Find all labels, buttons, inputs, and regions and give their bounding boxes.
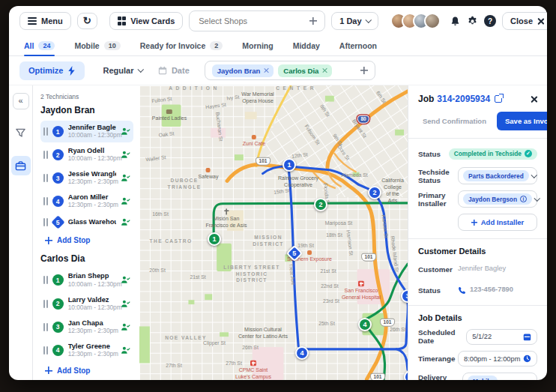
route-toolbar: Optimize Regular Date Jaydon Bran Carlos… bbox=[9, 56, 547, 85]
technician-group-name: Carlos Dia bbox=[40, 253, 133, 264]
stop-row[interactable]: 5 Glass Warehouse bbox=[40, 214, 133, 231]
assigned-person-icon bbox=[121, 299, 130, 309]
stop-row[interactable]: 1 Jennifer Bagley10:00am - 12:30pm bbox=[40, 121, 133, 142]
save-as-invoice-button[interactable]: Save as Invoice bbox=[497, 112, 547, 130]
select-shops-field[interactable] bbox=[189, 10, 325, 31]
stop-time: 12:30pm - 2:30pm bbox=[68, 178, 116, 186]
calendar-icon bbox=[523, 333, 531, 341]
drag-handle-icon[interactable] bbox=[43, 346, 48, 355]
help-icon: ? bbox=[484, 15, 496, 27]
refresh-button[interactable]: ↻ bbox=[77, 13, 97, 29]
job-number-link[interactable]: 314-2095934 bbox=[437, 94, 490, 104]
plus-icon bbox=[45, 367, 52, 374]
technician-chip[interactable]: Jaydon Bran bbox=[212, 64, 274, 77]
stop-row[interactable]: 3 Jan Chapa12:30pm - 2:30pm bbox=[40, 316, 133, 338]
drag-handle-icon[interactable] bbox=[43, 174, 48, 182]
stop-row[interactable]: 1 Brian Shepp10:00am - 12:30pm bbox=[40, 269, 133, 291]
primary-installer-label: Primary Installer bbox=[418, 191, 458, 208]
technician-filter-field[interactable]: Jaydon Bran Carlos Dia bbox=[205, 61, 375, 80]
close-icon bbox=[537, 18, 544, 25]
mode-label: Regular bbox=[103, 66, 133, 75]
avatar bbox=[424, 13, 441, 29]
hamburger-icon bbox=[28, 17, 37, 25]
scheduled-date-input[interactable]: 5/1/22 bbox=[466, 329, 537, 345]
stop-number-badge: 4 bbox=[52, 345, 64, 356]
drag-handle-icon[interactable] bbox=[43, 197, 48, 205]
tab-morning[interactable]: Morning bbox=[242, 36, 273, 55]
optimize-label: Optimize bbox=[28, 66, 63, 75]
add-stop-button[interactable]: Add Stop bbox=[45, 367, 133, 375]
stop-row[interactable]: 4 Aaron Miller12:30pm - 2:30pm bbox=[40, 190, 133, 212]
tab-ready-for-invoice[interactable]: Ready for Invoice2 bbox=[140, 36, 223, 55]
techside-status-label: Techside Status bbox=[418, 168, 458, 184]
techside-status-select[interactable]: Parts Backordered bbox=[458, 167, 537, 184]
external-link-icon[interactable] bbox=[495, 95, 502, 103]
status-label: Status bbox=[418, 150, 441, 158]
menu-button[interactable]: Menu bbox=[19, 12, 71, 30]
chevron-down-icon bbox=[527, 377, 533, 380]
stop-row[interactable]: 2 Ryan Odell10:00am - 12:30pm bbox=[40, 144, 133, 166]
optimize-button[interactable]: Optimize bbox=[19, 61, 85, 80]
technician-chip[interactable]: Carlos Dia bbox=[278, 64, 332, 77]
mode-dropdown[interactable]: Regular bbox=[103, 66, 142, 75]
date-button[interactable]: Date bbox=[158, 66, 190, 75]
add-installer-button[interactable]: Add Installer bbox=[458, 214, 537, 231]
status-badge: Completed in Techside ✓ bbox=[449, 148, 537, 160]
customer-label: Customer bbox=[418, 265, 453, 274]
top-toolbar: Menu ↻ View Cards 1 Day bbox=[9, 6, 547, 36]
chevron-down-icon bbox=[531, 172, 537, 178]
menu-label: Menu bbox=[41, 16, 63, 25]
remove-chip-icon[interactable] bbox=[264, 68, 268, 73]
app-window: Menu ↻ View Cards 1 Day bbox=[9, 6, 547, 380]
customer-status-label: Status bbox=[418, 286, 441, 295]
avatar-group[interactable] bbox=[390, 13, 441, 29]
drag-handle-icon[interactable] bbox=[43, 127, 48, 136]
drag-handle-icon[interactable] bbox=[43, 276, 48, 284]
plus-icon[interactable] bbox=[309, 17, 317, 25]
map-canvas[interactable]: A D D I T I O NC E N T E RFulton StIvy S… bbox=[139, 85, 408, 380]
stop-row[interactable]: 4 Tyler Greene12:30pm - 2:30pm bbox=[40, 340, 133, 361]
stop-row[interactable]: 2 Larry Valdez10:00am - 12:30pm bbox=[40, 293, 133, 315]
collapse-panel-button[interactable]: « bbox=[13, 93, 29, 109]
drag-handle-icon[interactable] bbox=[43, 218, 48, 226]
assigned-person-icon bbox=[121, 127, 130, 136]
stop-time: 10:00am - 12:30pm bbox=[68, 132, 116, 139]
drag-handle-icon[interactable] bbox=[43, 151, 48, 159]
primary-installer-select[interactable]: Jaydon Bergsoni bbox=[458, 190, 537, 208]
send-confirmation-button[interactable]: Send Confirmation bbox=[418, 116, 491, 126]
map-base bbox=[139, 85, 408, 380]
help-button[interactable]: ? bbox=[484, 11, 496, 31]
panel-close-icon[interactable] bbox=[531, 96, 537, 103]
chevron-down-icon bbox=[365, 17, 371, 23]
assigned-person-icon bbox=[121, 322, 130, 332]
delivery-type-label: Delivery Type bbox=[418, 373, 462, 381]
assigned-person-icon bbox=[121, 196, 130, 206]
notifications-button[interactable] bbox=[450, 11, 461, 31]
stop-row[interactable]: 3 Jessie Wrangle12:30pm - 2:30pm bbox=[40, 167, 133, 189]
view-cards-button[interactable]: View Cards bbox=[109, 12, 184, 30]
add-chip-icon[interactable] bbox=[360, 67, 368, 74]
tab-mobile[interactable]: Mobile10 bbox=[74, 36, 120, 55]
drag-handle-icon[interactable] bbox=[43, 323, 48, 331]
job-details-heading: Job Details bbox=[418, 313, 537, 322]
assigned-person-icon bbox=[121, 217, 130, 227]
routes-button[interactable] bbox=[11, 156, 31, 175]
day-selector-button[interactable]: 1 Day bbox=[331, 12, 378, 30]
tab-midday[interactable]: Midday bbox=[293, 36, 320, 55]
delivery-type-select[interactable]: Mobile bbox=[462, 373, 537, 380]
select-shops-input[interactable] bbox=[197, 16, 309, 26]
add-stop-button[interactable]: Add Stop bbox=[45, 236, 133, 244]
filter-button[interactable] bbox=[11, 123, 31, 142]
drag-handle-icon[interactable] bbox=[43, 300, 48, 308]
view-cards-label: View Cards bbox=[130, 16, 175, 25]
tab-all[interactable]: All24 bbox=[24, 36, 55, 55]
close-button[interactable]: Close bbox=[502, 12, 547, 30]
tab-afternoon[interactable]: Afternoon bbox=[339, 36, 377, 55]
assigned-person-icon bbox=[121, 275, 130, 285]
remove-chip-icon[interactable] bbox=[322, 68, 327, 73]
timerange-input[interactable]: 8:00pm - 12:00pm bbox=[458, 351, 537, 367]
settings-button[interactable] bbox=[467, 11, 478, 31]
stop-number-badge: 2 bbox=[52, 149, 64, 160]
customer-name-value: Jennifer Bagley bbox=[458, 264, 537, 274]
phone-link[interactable]: 123-456-7890 bbox=[458, 285, 537, 295]
